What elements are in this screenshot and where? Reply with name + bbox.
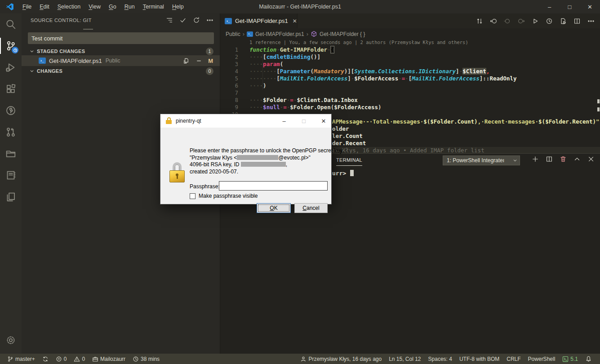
run-icon[interactable] <box>530 16 541 27</box>
close-button[interactable]: ✕ <box>580 0 600 13</box>
close-panel-icon[interactable] <box>587 155 595 163</box>
breadcrumb-item[interactable]: Public <box>226 31 240 37</box>
menu-terminal[interactable]: Terminal <box>139 0 168 13</box>
menu-run[interactable]: Run <box>120 0 139 13</box>
activity-extensions[interactable] <box>0 78 22 100</box>
editor-toolbar <box>474 13 596 28</box>
status-bell-icon[interactable] <box>582 354 596 364</box>
cancel-button[interactable]: Cancel <box>294 203 328 213</box>
staged-file-row[interactable]: ›_ Get-IMAPFolder.ps1 Public M <box>22 55 220 66</box>
vscode-window: FileEditSelectionViewGoRunTerminalHelp M… <box>0 0 600 364</box>
terminal-actions <box>532 155 595 163</box>
breadcrumb-separator: › <box>243 31 244 37</box>
dialog-title-bar[interactable]: pinentry-qt – □ ✕ <box>160 114 331 128</box>
status-label: UTF-8 with BOM <box>459 356 499 362</box>
redacted-text <box>241 162 286 167</box>
modified-status-badge: M <box>208 58 213 64</box>
unstage-icon[interactable] <box>196 58 202 64</box>
commit-check-icon[interactable] <box>179 17 187 24</box>
status-utf-8-with-bom[interactable]: UTF-8 with BOM <box>456 354 503 364</box>
activity-commit-graph[interactable] <box>0 100 22 121</box>
code-fragment-line-15: aw Kłys, 16 days ago • Added IMAP folder… <box>332 147 484 153</box>
activity-search[interactable] <box>0 13 22 35</box>
code-line-1: function·Get-IMAPFolder·{ <box>249 46 334 53</box>
menu-view[interactable]: View <box>84 0 105 13</box>
dialog-minimize-button[interactable]: – <box>280 118 288 124</box>
terminal-cursor <box>350 170 354 176</box>
staged-changes-section[interactable]: STAGED CHANGES 1 <box>22 46 220 56</box>
dialog-message-line-4: created 2020-05-07. <box>190 169 238 175</box>
activity-source-control[interactable] <box>0 35 22 57</box>
run-file-icon[interactable] <box>558 16 569 27</box>
split-editor-icon[interactable] <box>572 16 582 27</box>
status-mailozaurr[interactable]: Mailozaurr <box>89 354 129 364</box>
run-clock-icon[interactable] <box>544 16 555 27</box>
menu-selection[interactable]: Selection <box>53 0 84 13</box>
kill-terminal-icon[interactable] <box>560 155 567 163</box>
status-label: CRLF <box>507 356 520 362</box>
status-sync-icon[interactable] <box>39 354 52 364</box>
activity-duplicate-pages[interactable] <box>0 186 22 208</box>
breadcrumb-item[interactable]: Get-IMAPFolder { } <box>311 31 365 37</box>
status-powershell[interactable]: PowerShell <box>524 354 559 364</box>
activity-notebook[interactable] <box>0 164 22 186</box>
code-line-2: ····[cmdletBinding()] <box>249 53 320 61</box>
circle-dash-icon[interactable] <box>502 16 513 27</box>
menu-help[interactable]: Help <box>168 0 188 13</box>
status-master[interactable]: master+ <box>4 354 39 364</box>
menu-go[interactable]: Go <box>105 0 120 13</box>
bell-icon <box>585 355 592 362</box>
activity-pull-requests[interactable] <box>0 121 22 143</box>
powershell-file-icon: ›_ <box>247 31 253 37</box>
git-compare-icon[interactable] <box>474 16 485 27</box>
status-przemys-aw-k-ys-16-days-ago[interactable]: Przemysław Kłys, 16 days ago <box>297 354 385 364</box>
activity-run-debug[interactable] <box>0 57 22 78</box>
dialog-maximize-button[interactable]: □ <box>300 118 308 124</box>
tab-terminal[interactable]: TERMINAL <box>336 157 362 163</box>
more-icon[interactable] <box>586 16 596 27</box>
tab-get-imapfolder[interactable]: ›_ Get-IMAPFolder.ps1 ✕ <box>220 13 298 28</box>
nav-back-circle-icon[interactable] <box>488 16 499 27</box>
status-spaces-4[interactable]: Spaces: 4 <box>425 354 456 364</box>
activity-project-folder[interactable] <box>0 143 22 164</box>
changes-section[interactable]: CHANGES 0 <box>22 66 220 76</box>
dialog-message-line-3: 4096-bit RSA key, ID , <box>190 161 287 168</box>
split-terminal-icon[interactable] <box>546 155 553 163</box>
refresh-icon[interactable] <box>193 17 200 24</box>
add-terminal-icon[interactable] <box>532 155 539 163</box>
status-0[interactable]: 0 <box>52 354 71 364</box>
status-ln-15-col-12[interactable]: Ln 15, Col 12 <box>385 354 424 364</box>
tree-view-icon[interactable] <box>166 17 173 24</box>
status-crlf[interactable]: CRLF <box>503 354 524 364</box>
menu-file[interactable]: File <box>18 0 36 13</box>
dialog-close-button[interactable]: ✕ <box>320 118 328 124</box>
minimize-button[interactable]: – <box>539 0 560 13</box>
breadcrumb-item[interactable]: ›_Get-IMAPFolder.ps1 <box>247 31 304 37</box>
status-0[interactable]: 0 <box>70 354 89 364</box>
editor-tabs-bar: ›_ Get-IMAPFolder.ps1 ✕ <box>220 13 600 28</box>
line-number: 9 <box>220 104 238 111</box>
menu-edit[interactable]: Edit <box>36 0 53 13</box>
history-clock-icon <box>133 356 139 362</box>
padlock-icon <box>169 162 192 183</box>
tab-close-icon[interactable]: ✕ <box>293 18 297 24</box>
more-icon[interactable] <box>206 17 213 24</box>
commit-message-input[interactable]: Test commit <box>28 32 214 44</box>
circle-forward-icon[interactable] <box>516 16 527 27</box>
commit-message-value: Test commit <box>31 35 62 42</box>
codelens-references[interactable]: 1 reference | You, a few seconds ago | 2… <box>249 40 468 45</box>
staged-file-actions: M <box>183 55 220 66</box>
maximize-panel-icon[interactable] <box>573 155 581 163</box>
make-visible-checkbox[interactable] <box>190 193 196 199</box>
open-file-icon[interactable] <box>183 58 190 64</box>
notebook-icon <box>5 170 16 181</box>
passphrase-input[interactable] <box>219 181 328 191</box>
terminal-prompt[interactable]: urr> <box>332 170 354 177</box>
terminal-selector-dropdown[interactable]: 1: PowerShell Integrateı <box>443 155 520 165</box>
status-5-1[interactable]: 5.1 <box>559 354 582 364</box>
activity-manage[interactable] <box>0 330 22 350</box>
maximize-button[interactable]: □ <box>560 0 580 13</box>
ok-button[interactable]: OK <box>257 203 291 213</box>
sidebar-sash[interactable] <box>83 29 93 30</box>
status-38-mins[interactable]: 38 mins <box>129 354 163 364</box>
